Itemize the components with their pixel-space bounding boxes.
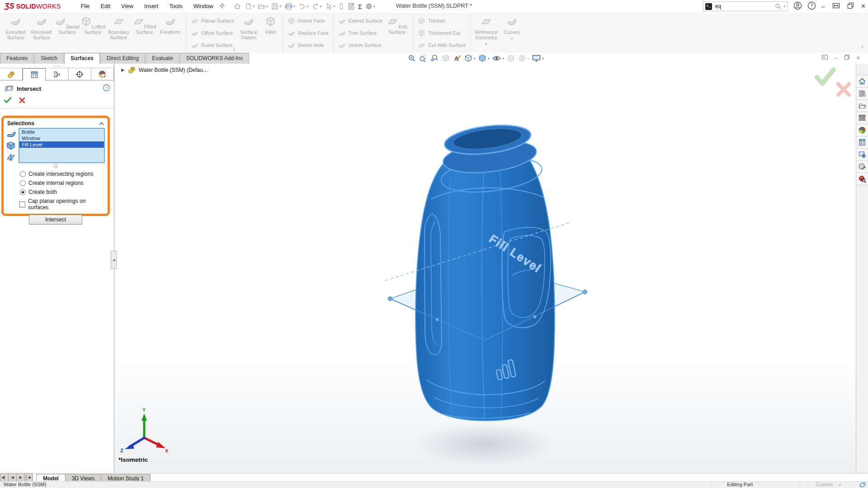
tree-expand-arrow-icon[interactable]: ▶ xyxy=(121,67,125,72)
next-tab-button[interactable]: ▶ xyxy=(16,473,25,482)
home-button[interactable] xyxy=(232,2,242,11)
tab-motion-study-1[interactable]: Motion Study 1 xyxy=(101,474,151,482)
search-box[interactable]: >_ ▾ xyxy=(703,1,788,11)
propertymanager-tab[interactable] xyxy=(23,68,46,80)
open-document-button[interactable]: ▾ xyxy=(256,2,269,11)
featuremanager-tab[interactable] xyxy=(0,68,23,80)
revolved-surface-button[interactable]: Revolved Surface xyxy=(28,15,54,40)
apply-scene-button[interactable]: ▾ xyxy=(517,53,530,63)
curves-caret[interactable]: ▾ xyxy=(499,36,525,41)
graphics-area[interactable]: Fill Level ▶ Water Bottle (SSM) (Defau..… xyxy=(115,64,856,474)
menu-edit[interactable]: Edit xyxy=(96,2,115,10)
boundary-surface-button[interactable]: Boundary Surface xyxy=(106,15,132,40)
close-window-icon[interactable]: × xyxy=(861,2,865,10)
tab-features[interactable]: Features xyxy=(0,53,34,64)
custom-properties-button[interactable] xyxy=(856,136,868,149)
menu-view[interactable]: View xyxy=(117,2,138,10)
file-properties-button[interactable] xyxy=(346,2,356,11)
tab-evaluate[interactable]: Evaluate xyxy=(146,53,179,64)
previous-view-button[interactable] xyxy=(429,53,439,63)
restore-document-icon[interactable] xyxy=(844,54,850,61)
zoom-to-area-button[interactable] xyxy=(418,53,428,63)
span-displays-icon[interactable] xyxy=(832,2,840,10)
tab-model[interactable]: Model xyxy=(36,474,66,482)
section-view-button[interactable] xyxy=(441,53,451,63)
help-icon[interactable]: ? xyxy=(807,1,816,11)
previous-document-icon[interactable] xyxy=(821,54,828,61)
tab-surfaces[interactable]: Surfaces xyxy=(64,53,100,64)
save-button[interactable]: ▾ xyxy=(270,2,283,11)
intersect-button[interactable]: Intersect xyxy=(29,215,82,225)
design-library-button[interactable] xyxy=(856,87,868,100)
redo-button[interactable]: ▾ xyxy=(311,2,323,11)
offset-surface-button[interactable]: Offset Surface xyxy=(191,28,234,38)
options-button[interactable]: ▾ xyxy=(364,2,377,11)
tab-3d-views[interactable]: 3D Views xyxy=(65,474,101,482)
hide-show-items-button[interactable]: ▾ xyxy=(491,53,505,63)
search-icon[interactable] xyxy=(775,3,781,9)
configurationmanager-tab[interactable] xyxy=(46,68,68,80)
new-document-button[interactable]: ▾ xyxy=(243,2,256,11)
file-explorer-button[interactable] xyxy=(856,99,868,112)
replace-face-button[interactable]: Replace Face xyxy=(288,28,329,38)
feature-tree-flyout[interactable]: ▶ Water Bottle (SSM) (Defau... xyxy=(121,66,208,74)
pin-menu-icon[interactable] xyxy=(219,3,225,10)
thickened-cut-button[interactable]: Thickened Cut xyxy=(418,28,466,38)
cap-planar-openings-checkbox[interactable] xyxy=(19,202,25,207)
status-config-dropdown[interactable]: Custom xyxy=(816,482,833,488)
confirm-cancel-overlay-icon[interactable] xyxy=(836,82,851,99)
inspection-button[interactable] xyxy=(856,173,868,185)
undo-button[interactable]: ▾ xyxy=(297,2,310,11)
reference-geometry-button[interactable]: Reference Geometry▾ xyxy=(473,15,499,47)
knit-surface-button[interactable]: Knit Surface xyxy=(384,15,410,35)
extend-surface-button[interactable]: Extend Surface xyxy=(338,16,382,26)
view-orientation-button[interactable]: ▾ xyxy=(463,53,476,63)
config-caret-icon[interactable]: ▴ xyxy=(839,482,841,488)
confirm-ok-overlay-icon[interactable] xyxy=(814,67,836,88)
menu-tools[interactable]: Tools xyxy=(165,2,187,10)
thicken-button[interactable]: Thicken xyxy=(418,16,466,26)
surface-flatten-button[interactable]: Surface Flatten xyxy=(236,15,262,40)
list-item-window[interactable]: Window xyxy=(19,135,104,141)
pdm-vault-button[interactable] xyxy=(856,160,868,173)
untrim-surface-button[interactable]: Untrim Surface xyxy=(338,40,382,50)
panel-collapse-splitter[interactable]: ◀ xyxy=(111,251,117,269)
selection-listbox[interactable]: Bottle Window Fill Level xyxy=(19,128,105,163)
minimize-document-icon[interactable]: – xyxy=(835,55,838,61)
fillet-button[interactable]: Fillet xyxy=(262,15,280,35)
ribbon-collapse-chevron[interactable]: ⌃ xyxy=(860,45,864,51)
filled-surface-button[interactable]: Filled Surface xyxy=(132,15,157,35)
curves-button[interactable]: Curves▾ xyxy=(499,15,525,41)
last-tab-button[interactable]: ▏▶ xyxy=(24,473,33,482)
panel-drag-handle[interactable] xyxy=(0,64,114,68)
menu-insert[interactable]: Insert xyxy=(140,2,163,10)
cancel-x-button[interactable] xyxy=(19,97,25,105)
menu-window[interactable]: Window xyxy=(189,2,217,10)
radio-create-internal-regions[interactable] xyxy=(20,180,26,186)
display-style-button[interactable]: ▾ xyxy=(477,53,490,63)
extruded-surface-button[interactable]: Extruded Surface xyxy=(3,15,28,40)
feature-tree-root-label[interactable]: Water Bottle (SSM) (Defau... xyxy=(139,67,208,73)
dimxpertmanager-tab[interactable] xyxy=(69,68,91,80)
annotation-views-button[interactable]: A xyxy=(452,53,462,63)
listbox-resize-handle[interactable] xyxy=(54,164,58,168)
search-scope-caret[interactable]: ▾ xyxy=(783,4,786,9)
list-item-bottle[interactable]: Bottle xyxy=(19,129,104,135)
view-settings-button[interactable]: ▾ xyxy=(531,53,544,63)
radio-create-intersecting-regions[interactable] xyxy=(20,171,26,177)
first-tab-button[interactable]: ◀▏ xyxy=(0,473,9,482)
previous-tab-button[interactable]: ◀ xyxy=(8,473,17,482)
restore-window-icon[interactable] xyxy=(847,2,854,10)
edit-appearance-button[interactable] xyxy=(506,53,516,63)
zoom-to-fit-button[interactable] xyxy=(407,53,417,63)
minimize-window-icon[interactable]: – xyxy=(821,3,825,10)
status-tag-icon[interactable] xyxy=(859,482,866,488)
solidworks-resources-button[interactable] xyxy=(856,75,868,88)
solidworks-add-ins-button[interactable] xyxy=(856,148,868,161)
list-item-fill-level[interactable]: Fill Level xyxy=(19,141,104,148)
touch-mode-button[interactable] xyxy=(337,2,345,11)
displaymanager-tab[interactable] xyxy=(91,68,114,80)
delete-face-button[interactable]: Delete Face xyxy=(288,16,329,26)
lofted-surface-button[interactable]: Lofted Surface xyxy=(80,15,106,35)
trim-surface-button[interactable]: Trim Surface xyxy=(338,28,382,38)
